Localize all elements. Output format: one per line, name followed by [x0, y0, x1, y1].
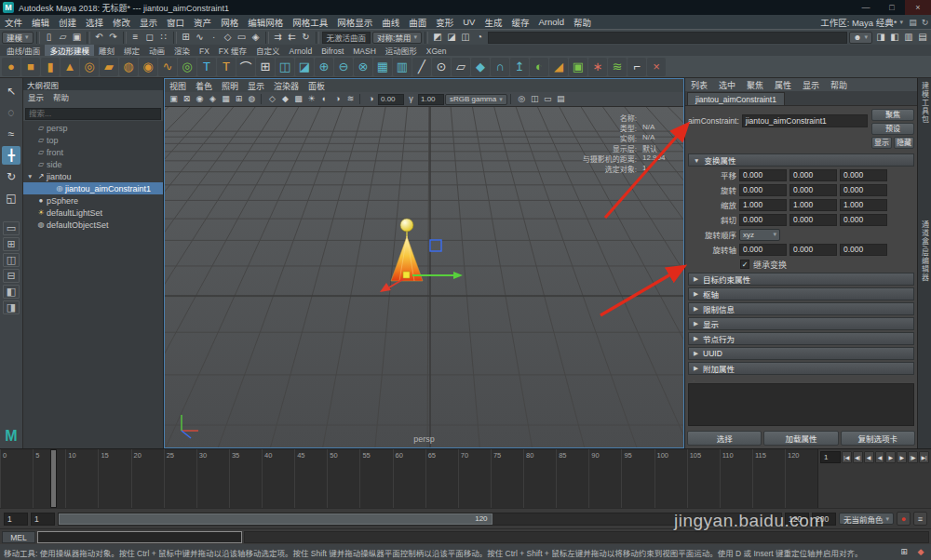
animation-preferences-icon[interactable]: ≡ [913, 512, 927, 526]
2d-pan-zoom-icon[interactable]: ⊞ [233, 93, 245, 105]
copy-tab-button[interactable]: 复制选项卡 [841, 431, 915, 446]
viewport-menu-item[interactable]: 视图 [165, 80, 191, 92]
poly-plane-icon[interactable]: ▰ [100, 58, 118, 76]
shelf-tab[interactable]: XGen [422, 47, 452, 56]
attribute-editor-menu-item[interactable]: 显示 [797, 79, 825, 91]
isolate-select-icon[interactable]: ◎ [516, 93, 528, 105]
collapsed-section-header[interactable]: ▶ UUID [688, 347, 914, 360]
shelf-tab[interactable]: Arnold [285, 47, 317, 56]
focus-button[interactable]: 聚焦 [871, 109, 914, 121]
transform-x-field[interactable]: 1.000 [739, 199, 787, 211]
open-render-view-icon[interactable]: ◩ [431, 31, 444, 44]
shelf-tab[interactable]: Bifrost [317, 47, 348, 56]
open-scene-icon[interactable]: ▱ [57, 31, 70, 44]
poly-pipe-icon[interactable]: ◉ [139, 58, 157, 76]
rotate-axis-y-field[interactable]: 0.000 [789, 244, 837, 256]
snap-status-icon[interactable]: ⊞ [897, 546, 911, 558]
target-weld-icon[interactable]: ⊙ [432, 58, 451, 76]
output-connections-icon[interactable]: ⇇ [286, 31, 299, 44]
delete-edge-icon[interactable]: × [647, 58, 666, 76]
outliner-item[interactable]: ◍ defaultObjectSet [23, 219, 163, 231]
outliner-item[interactable]: ▱ top [23, 134, 163, 146]
smooth-icon[interactable]: ▦ [373, 58, 392, 76]
step-back-frame-button[interactable]: ◀| [853, 451, 863, 463]
construction-history-icon[interactable]: ↻ [300, 31, 313, 44]
hide-button[interactable]: 隐藏 [894, 137, 914, 149]
menu-item[interactable]: 曲面 [404, 16, 431, 29]
select-by-hierarchy-icon[interactable]: ≡ [129, 31, 142, 44]
shelf-tab[interactable]: FX [195, 47, 214, 56]
step-forward-key-button[interactable]: ▶ [897, 451, 907, 463]
input-connections-icon[interactable]: ⇉ [272, 31, 285, 44]
viewport-menu-item[interactable]: 面板 [304, 80, 330, 92]
outliner-item[interactable]: ▱ persp [23, 122, 163, 134]
smooth-mesh-preview-icon[interactable]: ◎ [178, 58, 196, 76]
time-slider-ticks[interactable]: 0510152025303540455055606570758085909510… [0, 449, 817, 508]
poly-helix-icon[interactable]: ∿ [158, 58, 177, 76]
menu-set-selector[interactable]: 建模 ▾ [2, 32, 34, 44]
animation-start-field[interactable]: 1 [4, 513, 28, 526]
redo-icon[interactable]: ↷ [107, 31, 120, 44]
outliner-item[interactable]: ● pSphere [23, 194, 163, 207]
wireframe-icon[interactable]: ◇ [266, 93, 278, 105]
step-forward-frame-button[interactable]: |▶ [908, 451, 918, 463]
playback-start-field[interactable]: 1 [31, 513, 55, 526]
poly-cube-icon[interactable]: ■ [21, 58, 40, 76]
move-tool[interactable]: ╋ [2, 146, 20, 165]
auto-keyframe-icon[interactable]: ● [897, 512, 911, 526]
shelf-tab[interactable]: 曲线/曲面 [2, 45, 45, 56]
shelf-tab[interactable]: 雕刻 [94, 45, 119, 56]
menu-item[interactable]: 创建 [54, 16, 81, 29]
transform-x-field[interactable]: 0.000 [739, 214, 787, 226]
resolution-gate-icon[interactable]: ▭ [542, 93, 554, 105]
boolean-intersection-icon[interactable]: ⊗ [354, 58, 372, 76]
status-line-divider[interactable] [123, 32, 127, 44]
status-line-divider[interactable] [87, 32, 90, 44]
boolean-difference-icon[interactable]: ⊖ [334, 58, 353, 76]
play-backward-button[interactable]: ◀ [875, 451, 885, 463]
menu-item[interactable]: 编辑网格 [243, 16, 288, 29]
time-slider[interactable]: 0510152025303540455055606570758085909510… [0, 448, 931, 508]
menu-item[interactable]: 修改 [108, 16, 135, 29]
select-tool[interactable]: ↖ [2, 82, 20, 100]
section-transform-attributes[interactable]: ▼ 变换属性 [688, 153, 914, 167]
range-slider-handle[interactable]: 120 [59, 513, 492, 525]
transform-z-field[interactable]: 0.000 [840, 184, 887, 196]
go-to-start-button[interactable]: |◀ [842, 451, 852, 463]
select-by-component-icon[interactable]: ∷ [157, 31, 170, 44]
reduce-icon[interactable]: ▥ [393, 58, 412, 76]
snap-to-grid-icon[interactable]: ⊞ [180, 31, 193, 44]
attribute-editor-menu-item[interactable]: 聚焦 [741, 79, 769, 91]
sign-in-menu[interactable]: ☻ ▾ [849, 32, 872, 44]
outliner-item[interactable]: ◎ jiantou_aimConstraint1 [23, 182, 163, 194]
mirror-icon[interactable]: ◐ [530, 58, 548, 76]
ipr-render-icon[interactable]: ◫ [459, 31, 472, 44]
transform-y-field[interactable]: 1.000 [789, 199, 837, 211]
xray-icon[interactable]: ◫ [529, 93, 541, 105]
maximize-button[interactable]: □ [879, 0, 905, 15]
wedge-icon[interactable]: ◢ [549, 58, 568, 76]
select-button[interactable]: 选择 [687, 431, 762, 446]
shadows-icon[interactable]: ◐ [318, 93, 331, 105]
snap-to-plane-icon[interactable]: ◇ [222, 31, 235, 44]
menu-item[interactable]: 显示 [135, 16, 162, 29]
status-line-divider[interactable] [173, 32, 177, 44]
ambient-occlusion-icon[interactable]: ◑ [331, 93, 344, 105]
attribute-editor-menu-item[interactable]: 列表 [685, 79, 713, 91]
sidebar-vertical-tab[interactable]: 通道盒/层编辑器 [920, 217, 930, 286]
status-line-divider[interactable] [425, 32, 428, 44]
status-line-divider[interactable] [316, 32, 319, 44]
transform-y-field[interactable]: 0.000 [789, 214, 837, 226]
transform-z-field[interactable]: 1.000 [840, 199, 887, 211]
menu-item[interactable]: 网格工具 [288, 16, 332, 29]
use-lights-icon[interactable]: ☀ [305, 93, 317, 105]
bridge-icon[interactable]: ∩ [491, 58, 509, 76]
view-transform-selector[interactable]: sRGB gamma ▾ [445, 94, 507, 105]
rotate-order-selector[interactable]: xyz ▾ [739, 229, 780, 241]
shelf-tab[interactable]: MASH [348, 47, 381, 56]
snap-to-curve-icon[interactable]: ∿ [194, 31, 207, 44]
rotate-axis-x-field[interactable]: 0.000 [739, 244, 787, 256]
oversampling-icon[interactable]: ◍ [246, 93, 258, 105]
viewport-menu-item[interactable]: 渲染器 [269, 80, 304, 92]
step-back-key-button[interactable]: ◀ [864, 451, 874, 463]
